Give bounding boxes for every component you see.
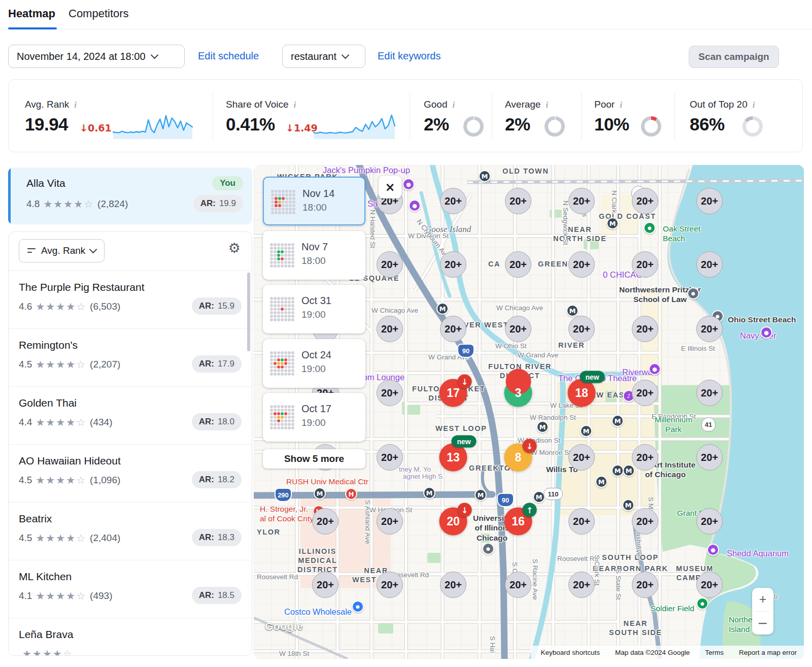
rank-marker-20plus[interactable]: 20+ bbox=[632, 572, 658, 598]
zoom-in-button[interactable]: + bbox=[752, 588, 773, 611]
close-icon[interactable]: × bbox=[379, 176, 401, 198]
rank-marker-20plus[interactable]: 20+ bbox=[505, 316, 531, 342]
rank-marker-20plus[interactable]: 20+ bbox=[696, 380, 723, 406]
rank-marker-20plus[interactable]: 20+ bbox=[696, 444, 723, 471]
date-select[interactable]: November 14, 2024 at 18:00 bbox=[8, 45, 185, 68]
edit-schedule-link[interactable]: Edit schedule bbox=[198, 50, 259, 62]
rank-marker-20plus[interactable]: 20+ bbox=[505, 251, 531, 278]
rank-marker-16[interactable]: 16↑ bbox=[504, 508, 532, 536]
rank-marker-20plus[interactable]: 20+ bbox=[696, 316, 723, 342]
list-item[interactable]: The Purple Pig Restaurant 4.6 ★★★★☆ (6,5… bbox=[9, 271, 252, 329]
rank-marker-20plus[interactable]: 20+ bbox=[505, 188, 531, 214]
info-icon[interactable]: i bbox=[620, 100, 622, 110]
avg-rank-pill: AR:17.9 bbox=[192, 355, 242, 373]
timeline-snapshot[interactable]: Oct 17 19:00 bbox=[263, 393, 365, 442]
rank-marker-20plus[interactable]: 20+ bbox=[568, 316, 595, 342]
business-name: AO Hawaiian Hideout bbox=[19, 455, 121, 467]
list-item[interactable]: Remington's 4.5 ★★★★☆ (2,207) AR:17.9 bbox=[9, 329, 252, 387]
rank-marker-20plus[interactable]: 20+ bbox=[377, 444, 403, 471]
keyword-select[interactable]: restaurant bbox=[282, 45, 365, 68]
rank-marker-3[interactable]: 3 bbox=[504, 379, 532, 407]
rank-marker-20plus[interactable]: 20+ bbox=[632, 188, 658, 214]
rank-down-badge: ↓ bbox=[523, 439, 537, 453]
rank-marker-20plus[interactable]: 20+ bbox=[505, 572, 531, 598]
divider bbox=[581, 93, 582, 140]
rank-marker-20plus[interactable]: 20+ bbox=[632, 380, 658, 406]
average-label: Averagei bbox=[505, 99, 548, 110]
rank-marker-20plus[interactable]: 20+ bbox=[377, 572, 403, 598]
good-donut bbox=[463, 116, 484, 137]
rank-marker-17[interactable]: 17↓ bbox=[439, 379, 467, 407]
list-item[interactable]: Beatrix 4.5 ★★★★☆ (2,404) AR:18.3 bbox=[9, 503, 252, 560]
info-icon[interactable]: i bbox=[452, 100, 455, 110]
rank-marker-18[interactable]: 18new bbox=[568, 379, 596, 407]
sort-icon bbox=[27, 248, 36, 254]
rank-marker-20plus[interactable]: 20+ bbox=[377, 508, 403, 535]
list-scrollbar[interactable] bbox=[247, 273, 250, 351]
avg-rank-delta: ↓0.61 bbox=[80, 122, 112, 134]
tab-heatmap[interactable]: Heatmap bbox=[8, 7, 55, 20]
rank-marker-8[interactable]: 8↓ bbox=[504, 444, 532, 472]
rank-marker-20plus[interactable]: 20+ bbox=[632, 316, 658, 342]
rank-marker-20plus[interactable]: 20+ bbox=[568, 188, 595, 214]
timeline-snapshot[interactable]: Nov 14 18:00 bbox=[263, 177, 365, 225]
rank-marker-20plus[interactable]: 20+ bbox=[696, 572, 723, 598]
rank-marker-20plus[interactable]: 20+ bbox=[632, 508, 658, 535]
list-item[interactable]: Golden Thai 4.4 ★★★★☆ (434) AR:18.0 bbox=[9, 387, 252, 445]
rank-marker-20plus[interactable]: 20+ bbox=[440, 316, 466, 342]
list-item[interactable]: ML Kitchen 4.1 ★★★★☆ (493) AR:18.5 bbox=[9, 560, 252, 618]
rank-marker-20[interactable]: 20↓ bbox=[439, 508, 467, 536]
gear-icon[interactable]: ⚙ bbox=[228, 241, 241, 255]
rating-stars: ★★★★☆ bbox=[36, 474, 86, 486]
rank-marker-20plus[interactable]: 20+ bbox=[568, 508, 595, 535]
rank-marker-20plus[interactable]: 20+ bbox=[696, 188, 723, 214]
rank-marker-20plus[interactable]: 20+ bbox=[632, 444, 658, 471]
rank-marker-13[interactable]: 13new bbox=[439, 444, 467, 472]
timeline-snapshot[interactable]: Oct 31 19:00 bbox=[263, 285, 365, 334]
rank-marker-20plus[interactable]: 20+ bbox=[377, 251, 403, 278]
timeline-snapshot[interactable]: Oct 24 19:00 bbox=[263, 339, 365, 388]
rank-marker-20plus[interactable]: 20+ bbox=[440, 188, 466, 214]
avg-rank-label: Avg. Ranki bbox=[25, 99, 77, 110]
list-item[interactable]: AO Hawaiian Hideout 4.5 ★★★★☆ (1,096) AR… bbox=[9, 445, 252, 503]
rank-marker-20plus[interactable]: 20+ bbox=[696, 508, 723, 535]
rank-marker-20plus[interactable]: 20+ bbox=[377, 316, 403, 342]
zoom-out-button[interactable]: − bbox=[752, 612, 773, 635]
tab-competitors[interactable]: Competitors bbox=[69, 7, 129, 20]
edit-keywords-link[interactable]: Edit keywords bbox=[378, 50, 441, 62]
tab-bar: Heatmap Competitors bbox=[0, 0, 812, 29]
rank-marker-20plus[interactable]: 20+ bbox=[312, 508, 339, 535]
rating-stars: ★★★★☆ bbox=[43, 198, 94, 210]
rank-marker-20plus[interactable]: 20+ bbox=[312, 572, 339, 598]
business-name: Alla Vita bbox=[26, 177, 65, 189]
sort-select[interactable]: Avg. Rank bbox=[19, 239, 105, 262]
divider bbox=[492, 93, 492, 140]
show-more-button[interactable]: Show 5 more bbox=[263, 449, 365, 469]
scan-campaign-button[interactable]: Scan campaign bbox=[689, 46, 779, 68]
terms-link[interactable]: Terms bbox=[705, 649, 724, 656]
report-map-error-link[interactable]: Report a map error bbox=[739, 649, 797, 656]
info-icon[interactable]: i bbox=[546, 100, 548, 110]
mini-heatmap-icon bbox=[270, 297, 294, 321]
rank-marker-20plus[interactable]: 20+ bbox=[568, 444, 595, 471]
new-badge: new bbox=[580, 371, 605, 383]
info-icon[interactable]: i bbox=[74, 100, 77, 110]
info-icon[interactable]: i bbox=[753, 100, 755, 110]
snapshot-date: Oct 17 bbox=[301, 403, 331, 415]
rank-marker-20plus[interactable]: 20+ bbox=[568, 572, 595, 598]
keyboard-shortcuts-link[interactable]: Keyboard shortcuts bbox=[541, 649, 600, 656]
rank-marker-20plus[interactable]: 20+ bbox=[377, 380, 403, 406]
review-count: (493) bbox=[90, 590, 112, 602]
selected-business-card[interactable]: Alla Vita You 4.8 ★★★★☆ (2,824) AR:19.9 bbox=[8, 168, 252, 224]
rank-marker-20plus[interactable]: 20+ bbox=[632, 251, 658, 278]
snapshot-date: Nov 7 bbox=[301, 241, 328, 253]
rank-marker-20plus[interactable]: 20+ bbox=[440, 572, 466, 598]
avg-rank-sparkline bbox=[113, 111, 193, 140]
rank-marker-20plus[interactable]: 20+ bbox=[696, 251, 723, 278]
rank-marker-20plus[interactable]: 20+ bbox=[440, 251, 466, 278]
rank-marker-20plus[interactable]: 20+ bbox=[568, 251, 595, 278]
timeline-snapshot[interactable]: Nov 7 18:00 bbox=[263, 231, 365, 280]
list-item[interactable]: Leña Brava ★★★★☆ bbox=[9, 618, 252, 656]
out-of-top20-value: 86% bbox=[690, 114, 725, 135]
info-icon[interactable]: i bbox=[294, 100, 296, 110]
